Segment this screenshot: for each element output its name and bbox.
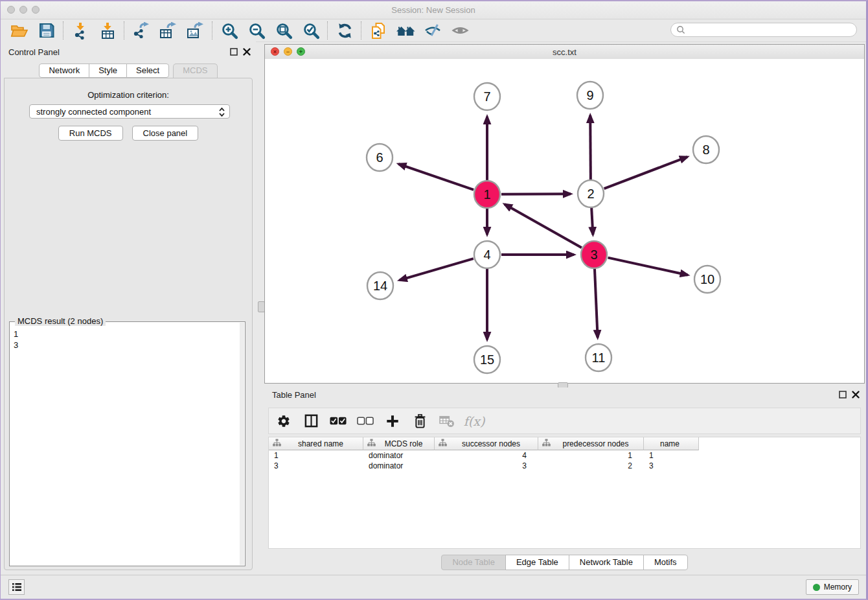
node-table[interactable]: shared nameMCDS rolesuccessor nodesprede… xyxy=(268,437,861,549)
zoom-selected-icon[interactable] xyxy=(297,21,325,40)
table-cell[interactable]: 2 xyxy=(538,461,644,470)
mcds-tab-content: Optimization criterion: strongly connect… xyxy=(4,78,253,570)
column-header-shared-name[interactable]: shared name xyxy=(269,437,363,450)
table-cell[interactable]: 1 xyxy=(538,451,644,460)
network-canvas[interactable]: 7968124314101511 xyxy=(265,59,864,383)
refresh-icon[interactable] xyxy=(331,21,358,40)
table-mode-gear-icon[interactable] xyxy=(275,412,292,430)
float-panel-icon[interactable] xyxy=(230,48,238,56)
task-history-button[interactable] xyxy=(8,579,25,595)
search-input[interactable] xyxy=(685,25,850,35)
float-table-panel-icon[interactable] xyxy=(839,391,847,398)
svg-text:4: 4 xyxy=(483,248,490,262)
table-toolbar: f(x) xyxy=(268,408,861,434)
export-image-icon[interactable] xyxy=(182,21,209,40)
run-mcds-button[interactable]: Run MCDS xyxy=(58,126,123,141)
tab-style[interactable]: Style xyxy=(89,63,127,78)
close-table-panel-icon[interactable] xyxy=(852,391,860,398)
graph-node-14[interactable]: 14 xyxy=(367,272,393,299)
table-cell[interactable]: 1 xyxy=(644,451,699,460)
show-columns-icon[interactable] xyxy=(303,412,319,430)
graph-node-4[interactable]: 4 xyxy=(474,241,500,268)
clone-network-icon[interactable] xyxy=(365,21,392,40)
close-panel-icon[interactable] xyxy=(243,48,251,56)
hide-graphics-icon[interactable] xyxy=(419,21,446,40)
table-cell[interactable]: 4 xyxy=(435,451,538,460)
memory-button[interactable]: Memory xyxy=(806,579,859,595)
result-scrollbar[interactable] xyxy=(240,323,244,565)
tab-mcds[interactable]: MCDS xyxy=(173,63,217,78)
zoom-fit-icon[interactable] xyxy=(270,21,297,40)
tab-network[interactable]: Network xyxy=(39,63,89,78)
graph-node-7[interactable]: 7 xyxy=(474,83,500,110)
table-cell[interactable]: dominator xyxy=(363,461,435,470)
graph-edge-3-11[interactable] xyxy=(595,269,598,338)
graph-node-8[interactable]: 8 xyxy=(693,136,719,163)
graph-edge-4-14[interactable] xyxy=(400,259,474,280)
graph-node-3[interactable]: 3 xyxy=(581,241,607,268)
table-cell[interactable]: 3 xyxy=(435,461,538,470)
table-cell[interactable]: 1 xyxy=(269,451,363,460)
graph-edge-2-9[interactable] xyxy=(590,115,591,179)
tree-hierarchy-icon xyxy=(542,439,551,448)
export-table-icon[interactable] xyxy=(155,21,182,40)
network-graph: 7968124314101511 xyxy=(265,59,864,383)
tab-node-table[interactable]: Node Table xyxy=(441,555,506,570)
main-toolbar xyxy=(1,19,866,42)
table-cell[interactable]: 3 xyxy=(269,461,363,470)
graph-edge-3-10[interactable] xyxy=(608,258,687,275)
graph-node-10[interactable]: 10 xyxy=(694,266,720,293)
graph-edge-2-8[interactable] xyxy=(604,157,687,189)
deselect-all-icon[interactable] xyxy=(357,412,374,430)
toolbar-separator xyxy=(212,21,213,40)
delete-columns-icon[interactable] xyxy=(411,412,428,430)
mcds-result-text[interactable]: 13 xyxy=(14,329,238,564)
graph-node-6[interactable]: 6 xyxy=(367,144,393,171)
home-icon[interactable] xyxy=(392,21,419,40)
zoom-in-icon[interactable] xyxy=(216,21,243,40)
graph-edge-3-1[interactable] xyxy=(505,204,582,248)
network-window-titlebar[interactable]: × − + scc.txt xyxy=(265,45,864,60)
svg-text:1: 1 xyxy=(483,187,490,202)
select-all-icon[interactable] xyxy=(330,412,347,430)
tab-network-table[interactable]: Network Table xyxy=(569,555,644,570)
open-session-icon[interactable] xyxy=(6,21,33,40)
graph-node-1[interactable]: 1 xyxy=(474,181,500,208)
graph-node-11[interactable]: 11 xyxy=(586,344,611,371)
tab-select[interactable]: Select xyxy=(126,63,169,78)
graph-edge-1-2[interactable] xyxy=(501,194,571,194)
table-row[interactable]: 1dominator411 xyxy=(269,450,860,461)
application-window: Session: New Session Control Panel xyxy=(1,1,866,599)
close-panel-button[interactable]: Close panel xyxy=(132,126,199,141)
graph-edge-1-6[interactable] xyxy=(398,164,474,190)
graph-node-2[interactable]: 2 xyxy=(578,180,604,207)
column-header-successor-nodes[interactable]: successor nodes xyxy=(435,437,538,450)
import-network-icon[interactable] xyxy=(67,21,94,40)
graph-node-15[interactable]: 15 xyxy=(474,346,500,373)
export-network-icon[interactable] xyxy=(128,21,155,40)
table-cell[interactable]: 3 xyxy=(644,461,699,470)
column-header-MCDS-role[interactable]: MCDS role xyxy=(363,437,435,450)
criterion-dropdown[interactable]: strongly connected component xyxy=(29,104,230,119)
status-bar: Memory xyxy=(1,575,866,599)
create-column-icon[interactable] xyxy=(384,412,401,430)
save-session-icon[interactable] xyxy=(33,21,60,40)
tree-hierarchy-icon xyxy=(439,439,447,448)
graph-edge-2-3[interactable] xyxy=(591,208,593,235)
graph-node-9[interactable]: 9 xyxy=(577,82,603,109)
search-box[interactable] xyxy=(670,23,857,37)
table-row[interactable]: 3dominator323 xyxy=(269,461,860,471)
svg-text:10: 10 xyxy=(700,272,714,286)
zoom-out-icon[interactable] xyxy=(243,21,270,40)
column-header-name[interactable]: name xyxy=(644,437,699,450)
import-table-icon[interactable] xyxy=(94,21,121,40)
tab-motifs[interactable]: Motifs xyxy=(643,555,688,570)
result-line: 1 xyxy=(14,329,238,340)
column-header-predecessor-nodes[interactable]: predecessor nodes xyxy=(538,437,644,450)
table-cell[interactable]: dominator xyxy=(363,451,435,460)
result-line: 3 xyxy=(14,340,238,351)
delete-table-icon xyxy=(439,412,455,430)
tab-edge-table[interactable]: Edge Table xyxy=(505,555,569,570)
svg-text:11: 11 xyxy=(592,351,606,365)
show-graphics-icon[interactable] xyxy=(446,21,474,40)
